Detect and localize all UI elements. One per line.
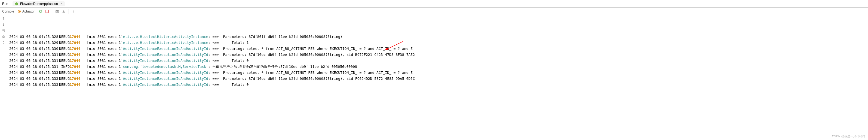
log-logger: ActivityInstanceExecutionIdAndActivityId — [123, 70, 208, 76]
log-message: : ==> Parameters: 87df10ec-db9f-11ee-b2f… — [208, 52, 415, 58]
log-logger: e.i.p.e.H.selectHistoricActivityInstance — [123, 34, 208, 40]
log-pid: 17044 — [70, 40, 80, 46]
more-actions-button[interactable] — [71, 9, 76, 14]
scroll-up-icon[interactable] — [1, 16, 6, 21]
run-config-tab[interactable]: FlowableDemoApplication × — [12, 1, 65, 6]
log-level: DEBUG — [58, 40, 70, 46]
log-timestamp: 2024-03-06 18:04:25.331 — [9, 58, 58, 64]
log-level: DEBUG — [58, 76, 70, 82]
console-tab[interactable]: Console — [2, 9, 14, 13]
log-line: 2024-03-06 18:04:25.331 DEBUG 17044 --- … — [9, 52, 866, 58]
log-thread: [nio-8081-exec-1] — [87, 82, 123, 88]
log-level: DEBUG — [58, 70, 70, 76]
log-sep: --- — [80, 64, 87, 70]
log-level: INFO — [58, 64, 70, 70]
log-message: : <== Total: 0 — [208, 82, 249, 88]
svg-point-2 — [19, 11, 20, 12]
svg-point-6 — [73, 10, 74, 10]
log-line: 2024-03-06 18:04:25.331 DEBUG 17044 --- … — [9, 58, 866, 64]
log-message: : ==> Parameters: 87df10ec-db9f-11ee-b2f… — [208, 76, 415, 82]
actuator-tab[interactable]: Actuator — [18, 9, 35, 13]
log-thread: [nio-8081-exec-1] — [87, 76, 123, 82]
log-message: : ==> Parameters: 87df861f-db9f-11ee-b2f… — [208, 34, 342, 40]
log-line: 2024-03-06 18:04:25.330 DEBUG 17044 --- … — [9, 46, 866, 52]
log-pid: 17044 — [70, 82, 80, 88]
log-logger: ActivityInstanceExecutionIdAndActivityId — [123, 76, 208, 82]
log-timestamp: 2024-03-06 18:04:25.333 — [9, 82, 58, 88]
log-logger: ActivityInstanceExecutionIdAndActivityId — [123, 46, 208, 52]
log-pid: 17044 — [70, 58, 80, 64]
log-line: 2024-03-06 18:04:25.333 DEBUG 17044 --- … — [9, 76, 866, 82]
log-logger: com.dmg.flowabledemo.task.MyServiceTask — [123, 64, 208, 70]
svg-point-8 — [73, 12, 74, 13]
log-timestamp: 2024-03-06 18:04:25.333 — [9, 70, 58, 76]
run-config-tab-label: FlowableDemoApplication — [20, 2, 58, 6]
soft-wrap-icon[interactable] — [1, 28, 6, 33]
svg-point-5 — [57, 11, 58, 12]
content-area: 2024-03-06 18:04:25.328 DEBUG 17044 --- … — [0, 15, 868, 100]
log-level: DEBUG — [58, 52, 70, 58]
stop-button[interactable] — [44, 9, 50, 14]
log-thread: [nio-8081-exec-1] — [87, 52, 123, 58]
log-pid: 17044 — [70, 46, 80, 52]
spring-boot-icon — [15, 2, 19, 6]
log-timestamp: 2024-03-06 18:04:25.328 — [9, 34, 58, 40]
log-message: : <== Total: 1 — [208, 40, 249, 46]
svg-rect-4 — [56, 10, 59, 12]
log-timestamp: 2024-03-06 18:04:25.329 — [9, 40, 58, 46]
svg-rect-3 — [46, 10, 49, 13]
run-tool-label: Run — [2, 2, 8, 6]
log-sep: --- — [80, 34, 87, 40]
log-pid: 17044 — [70, 76, 80, 82]
left-gutter — [0, 15, 7, 100]
log-timestamp: 2024-03-06 18:04:25.331 — [9, 64, 58, 70]
scroll-down-icon[interactable] — [1, 22, 6, 27]
rerun-button[interactable] — [38, 9, 43, 14]
log-logger: ActivityInstanceExecutionIdAndActivityId — [123, 58, 208, 64]
log-sep: --- — [80, 52, 87, 58]
log-sep: --- — [80, 46, 87, 52]
svg-point-7 — [73, 11, 74, 12]
log-logger: e.i.p.e.H.selectHistoricActivityInstance — [123, 40, 208, 46]
log-sep: --- — [80, 70, 87, 76]
log-thread: [nio-8081-exec-1] — [87, 46, 123, 52]
print-icon[interactable] — [1, 34, 6, 39]
log-sep: --- — [80, 82, 87, 88]
svg-rect-10 — [3, 35, 4, 36]
log-pid: 17044 — [70, 34, 80, 40]
log-thread: [nio-8081-exec-1] — [87, 70, 123, 76]
log-message: : 当审批完毕之后,自动触发当前的服务任务:87df10ec-db9f-11ee… — [208, 64, 357, 70]
export-button[interactable] — [61, 9, 66, 14]
log-thread: [nio-8081-exec-1] — [87, 34, 123, 40]
log-logger: ActivityInstanceExecutionIdAndActivityId — [123, 52, 208, 58]
actuator-icon — [18, 9, 21, 13]
log-level: DEBUG — [58, 82, 70, 88]
log-logger: ActivityInstanceExecutionIdAndActivityId — [123, 82, 208, 88]
close-tab-icon[interactable]: × — [61, 2, 63, 6]
log-line: 2024-03-06 18:04:25.333 DEBUG 17044 --- … — [9, 82, 866, 88]
log-timestamp: 2024-03-06 18:04:25.331 — [9, 52, 58, 58]
screenshot-button[interactable] — [55, 9, 60, 14]
toolbar-separator — [52, 9, 52, 13]
log-pid: 17044 — [70, 52, 80, 58]
log-thread: [nio-8081-exec-1] — [87, 58, 123, 64]
log-sep: --- — [80, 58, 87, 64]
console-output[interactable]: 2024-03-06 18:04:25.328 DEBUG 17044 --- … — [7, 15, 868, 100]
log-level: DEBUG — [58, 34, 70, 40]
log-timestamp: 2024-03-06 18:04:25.330 — [9, 46, 58, 52]
log-message: : ==> Preparing: select * from ACT_RU_AC… — [208, 70, 413, 76]
trash-icon[interactable] — [1, 40, 6, 45]
actuator-label: Actuator — [22, 9, 35, 13]
log-level: DEBUG — [58, 58, 70, 64]
console-toolbar: Console Actuator — [0, 8, 868, 15]
log-thread: [nio-8081-exec-1] — [87, 64, 123, 70]
log-line: 2024-03-06 18:04:25.331 INFO 17044 --- [… — [9, 64, 866, 70]
log-timestamp: 2024-03-06 18:04:25.333 — [9, 76, 58, 82]
run-tab-bar: Run FlowableDemoApplication × — [0, 0, 868, 8]
log-line: 2024-03-06 18:04:25.328 DEBUG 17044 --- … — [9, 34, 866, 40]
log-thread: [nio-8081-exec-1] — [87, 40, 123, 46]
log-level: DEBUG — [58, 46, 70, 52]
log-message: : <== Total: 0 — [208, 58, 249, 64]
log-pid: 17044 — [70, 70, 80, 76]
log-line: 2024-03-06 18:04:25.333 DEBUG 17044 --- … — [9, 70, 866, 76]
